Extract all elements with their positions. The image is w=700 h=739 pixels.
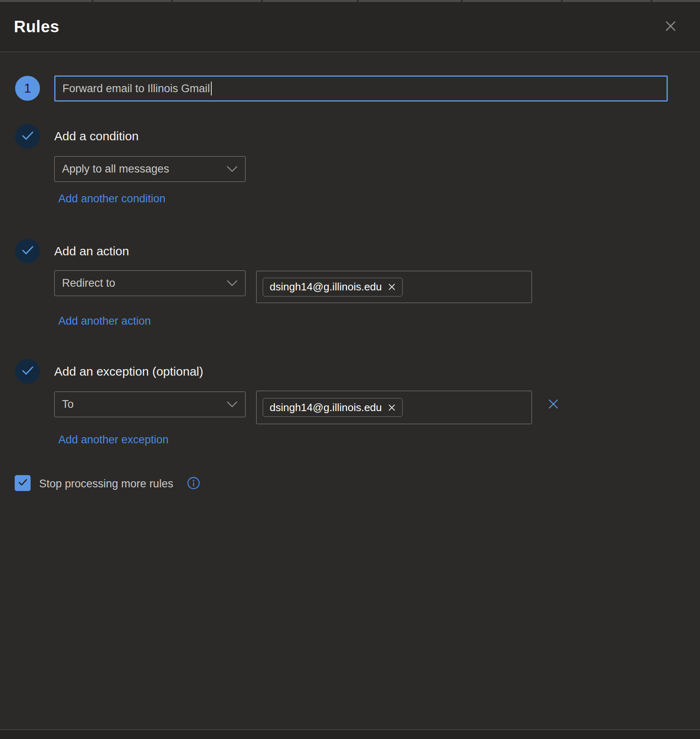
exception-dropdown-value: To bbox=[62, 398, 74, 411]
checkbox-check-icon bbox=[18, 478, 28, 488]
dialog-header: Rules bbox=[0, 2, 700, 52]
check-icon bbox=[21, 131, 34, 143]
recipient-email: dsingh14@g.illinois.edu bbox=[270, 281, 382, 293]
action-recipient-field[interactable]: dsingh14@g.illinois.edu bbox=[256, 271, 532, 303]
condition-dropdown[interactable]: Apply to all messages bbox=[54, 156, 246, 182]
check-icon bbox=[21, 245, 34, 257]
rule-name-value: Forward email to Illinois Gmail bbox=[62, 82, 210, 95]
stop-processing-checkbox[interactable] bbox=[15, 475, 31, 491]
bottom-footer-strip bbox=[0, 730, 700, 739]
rule-number-badge: 1 bbox=[15, 76, 40, 101]
remove-recipient-icon[interactable] bbox=[388, 404, 396, 412]
chevron-down-icon bbox=[226, 398, 238, 411]
action-dropdown-value: Redirect to bbox=[62, 277, 115, 290]
chevron-down-icon bbox=[226, 163, 238, 175]
condition-heading: Add a condition bbox=[54, 129, 139, 143]
close-button[interactable] bbox=[660, 16, 681, 38]
text-cursor bbox=[211, 82, 212, 95]
action-check-circle bbox=[15, 239, 40, 263]
exception-heading: Add an exception (optional) bbox=[54, 365, 203, 378]
remove-recipient-icon[interactable] bbox=[388, 283, 396, 291]
recipient-chip: dsingh14@g.illinois.edu bbox=[263, 278, 403, 296]
action-heading: Add an action bbox=[54, 244, 129, 258]
delete-exception-button[interactable] bbox=[546, 397, 560, 412]
exception-check-circle bbox=[15, 359, 40, 384]
exception-recipient-field[interactable]: dsingh14@g.illinois.edu bbox=[256, 391, 532, 424]
condition-check-circle bbox=[15, 124, 40, 149]
stop-processing-label: Stop processing more rules bbox=[39, 478, 173, 490]
condition-dropdown-value: Apply to all messages bbox=[62, 163, 169, 175]
rule-number: 1 bbox=[24, 81, 31, 96]
close-icon bbox=[664, 20, 677, 34]
recipient-email: dsingh14@g.illinois.edu bbox=[270, 401, 382, 414]
info-icon[interactable] bbox=[186, 476, 200, 490]
rule-name-input[interactable]: Forward email to Illinois Gmail bbox=[54, 75, 668, 102]
action-dropdown[interactable]: Redirect to bbox=[54, 270, 246, 296]
add-another-condition-link[interactable]: Add another condition bbox=[58, 192, 166, 205]
delete-exception-icon bbox=[548, 398, 559, 411]
dialog-title: Rules bbox=[14, 18, 59, 36]
add-another-action-link[interactable]: Add another action bbox=[58, 315, 151, 327]
add-another-exception-link[interactable]: Add another exception bbox=[58, 434, 168, 446]
exception-dropdown[interactable]: To bbox=[54, 392, 246, 417]
recipient-chip: dsingh14@g.illinois.edu bbox=[263, 398, 403, 417]
check-icon bbox=[21, 365, 34, 378]
chevron-down-icon bbox=[226, 277, 238, 290]
